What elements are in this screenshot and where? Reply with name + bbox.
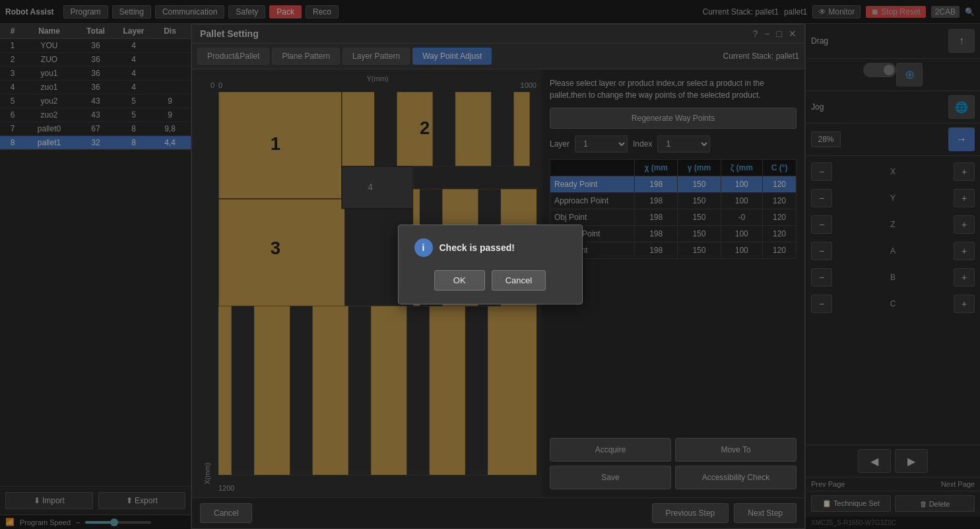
dialog-info-icon: i bbox=[414, 238, 433, 257]
dialog-overlay: i Check is passed! OK Cancel bbox=[0, 0, 980, 529]
dialog-box: i Check is passed! OK Cancel bbox=[398, 225, 583, 304]
dialog-buttons: OK Cancel bbox=[414, 270, 566, 291]
dialog-header: i Check is passed! bbox=[414, 238, 566, 257]
dialog-message: Check is passed! bbox=[440, 242, 515, 253]
dialog-cancel-button[interactable]: Cancel bbox=[492, 270, 546, 291]
dialog-ok-button[interactable]: OK bbox=[434, 270, 485, 291]
